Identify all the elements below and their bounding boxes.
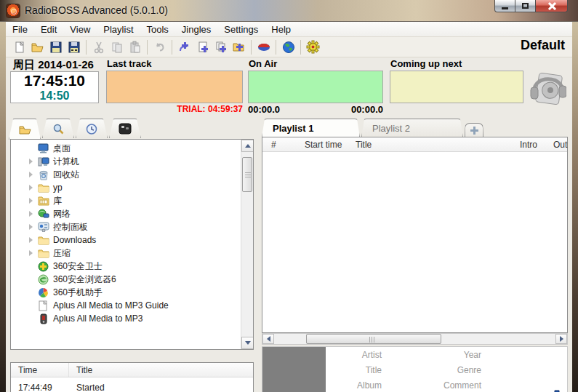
current-time: 17:45:10 [11,72,98,89]
expand-caret-icon[interactable] [24,198,37,204]
tab-cart-wall[interactable] [109,119,141,138]
event-log: Time Title 17:44:49 Started [10,362,254,392]
hscrollbar-thumb[interactable] [306,334,441,344]
column-intro[interactable]: Intro [520,140,537,150]
playlist-hscrollbar[interactable] [262,333,568,345]
add-playlist-tab-button[interactable] [212,39,230,55]
jingle-machine-button[interactable] [304,39,322,55]
title-label: Title [366,365,382,375]
playlist-body[interactable] [262,152,567,332]
log-row[interactable]: 17:44:49 Started [11,380,253,392]
tree-item-aplus-app[interactable]: Aplus All Media to MP3 [11,312,253,325]
cut-button[interactable] [89,39,108,55]
copy-icon [111,41,124,54]
document-icon [37,300,49,311]
menu-help[interactable]: Help [265,23,297,36]
tree-item-yp[interactable]: yp [11,181,253,194]
toolbar-separator [276,40,276,55]
search-icon [52,123,65,135]
tree-item-desktop[interactable]: 桌面 [11,142,253,155]
tree-item-downloads[interactable]: Downloads [11,233,253,247]
scroll-up-button[interactable] [241,140,254,152]
tree-item-network[interactable]: 网络 [11,207,253,220]
download-tag-button[interactable] [550,389,564,392]
expand-caret-icon[interactable] [24,159,37,164]
playlist-header: # Start time Title Intro Outro [262,137,567,152]
folder-icon [37,248,49,259]
clock-panel: 17:45:10 14:50 [10,71,99,103]
tree-item-aplus-guide[interactable]: Aplus All Media to MP3 Guide [11,299,253,312]
undo-button[interactable] [150,39,169,55]
menu-settings[interactable]: Settings [217,23,265,36]
menu-view[interactable]: View [63,23,97,36]
menu-file[interactable]: File [6,23,34,36]
column-title[interactable]: Title [356,140,372,150]
tree-item-computer[interactable]: 计算机 [11,155,253,168]
save-button[interactable] [47,39,65,55]
column-outro[interactable]: Outro [553,140,568,150]
column-start-time[interactable]: Start time [305,140,342,150]
add-track-icon [177,41,191,54]
tree-item-recycle-bin[interactable]: 回收站 [11,168,253,181]
scrollbar-thumb[interactable] [242,157,252,192]
playlist-table: # Start time Title Intro Outro [262,137,568,333]
cart-wall-button[interactable] [254,39,273,55]
expand-caret-icon[interactable] [24,237,37,243]
new-playlist-button[interactable] [10,39,28,55]
tab-history[interactable] [76,119,108,138]
add-folder-button[interactable] [230,39,248,55]
scroll-left-button[interactable] [262,334,274,344]
add-to-playlist-button[interactable] [193,39,212,55]
internet-stream-button[interactable] [279,39,297,55]
file-browser-pane: 桌面 计算机 回收站 yp 库 [6,116,258,392]
save-as-button[interactable] [65,39,83,55]
expand-caret-icon[interactable] [24,250,37,256]
expand-caret-icon[interactable] [24,172,37,177]
tree-item-360-phone[interactable]: 360手机助手 [11,286,253,299]
folder-icon [37,183,49,193]
scroll-right-button[interactable] [555,334,567,344]
column-number[interactable]: # [271,140,276,150]
close-button[interactable] [535,0,568,12]
date-value: 2014-01-26 [38,58,94,71]
tab-playlist-2[interactable]: Playlist 2 [361,119,463,137]
menu-edit[interactable]: Edit [34,23,63,36]
title-bar[interactable]: RadioBOSS Advanced (5.0.1.0) [0,0,578,22]
menu-jingles[interactable]: Jingles [175,23,217,36]
now-playing-row: 周日 2014-01-26 17:45:10 14:50 Last track … [6,57,572,116]
arrow-up-icon [245,144,251,148]
tree-item-control-panel[interactable]: 控制面板 [11,220,253,233]
paste-icon [129,41,142,54]
arrow-down-icon [245,341,251,345]
new-document-icon [13,41,26,54]
tab-folders[interactable] [9,119,41,140]
add-playlist-tab-button[interactable] [465,123,483,137]
tree-item-360-browser[interactable]: 360安全浏览器6 [11,273,253,286]
tab-playlist-1[interactable]: Playlist 1 [262,119,360,137]
tree-scrollbar[interactable] [241,140,253,349]
scroll-down-button[interactable] [241,337,254,349]
plus-icon [470,127,478,135]
column-title[interactable]: Title [69,363,253,377]
tree-item-libraries[interactable]: 库 [11,194,253,207]
column-time[interactable]: Time [11,363,69,377]
tree-item-360-guard[interactable]: 360安全卫士 [11,260,253,273]
tab-search[interactable] [42,119,74,138]
menu-tools[interactable]: Tools [140,23,175,36]
add-track-button[interactable] [175,39,193,55]
tree-item-compressed[interactable]: 压缩 [11,247,253,260]
expand-caret-icon[interactable] [24,185,37,191]
toolbar: Default [6,37,572,57]
expand-caret-icon[interactable] [24,211,37,217]
paste-button[interactable] [126,39,144,55]
save-icon [49,41,63,54]
artist-label: Artist [362,350,382,360]
menu-playlist[interactable]: Playlist [97,23,140,36]
coming-up-label: Coming up next [390,58,462,69]
add-folder-icon [232,41,246,54]
open-button[interactable] [28,39,47,55]
maximize-button[interactable] [515,0,535,12]
expand-caret-icon[interactable] [24,224,37,230]
minimize-button[interactable] [494,0,515,12]
copy-button[interactable] [108,39,126,55]
